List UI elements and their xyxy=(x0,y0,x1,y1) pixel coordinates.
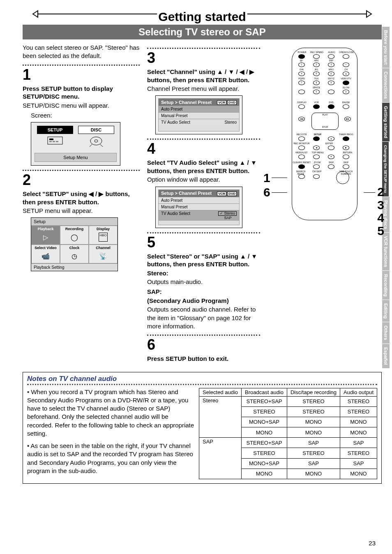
btn-onetouch[interactable] xyxy=(336,171,349,184)
disc-icon xyxy=(78,134,114,149)
btn-key-[interactable] xyxy=(298,90,305,94)
svg-rect-4 xyxy=(48,137,62,144)
lbl-key: SPACE xyxy=(311,86,322,89)
btn-key-7[interactable]: 7 xyxy=(298,81,305,85)
cell: MONO xyxy=(287,469,340,479)
btn-key-1[interactable]: 1 xyxy=(298,62,305,67)
btn-key-6[interactable]: 6 xyxy=(328,72,334,76)
lbl-recotr: REC/OTR xyxy=(294,133,309,136)
setup-grid-title: Setup xyxy=(31,218,118,226)
lbl-skip: SKIP xyxy=(325,161,337,164)
btn-openclose[interactable] xyxy=(343,54,349,59)
btn-timer[interactable] xyxy=(343,136,349,141)
lbl-key: CH xyxy=(340,68,352,71)
btn-audio[interactable] xyxy=(328,54,334,59)
btn-setup[interactable] xyxy=(313,136,320,141)
cell: MONO xyxy=(287,427,340,438)
cell: SAP xyxy=(287,458,340,469)
btn-key-[interactable] xyxy=(328,90,334,94)
cell: STEREO xyxy=(242,406,287,417)
btn-pause[interactable] xyxy=(343,104,349,109)
setup-caption: Setup Menu xyxy=(35,153,117,162)
btn-display[interactable] xyxy=(298,104,305,109)
svg-point-10 xyxy=(95,140,98,142)
play-icon: ▷ xyxy=(32,231,60,243)
btn-recmonitor[interactable] xyxy=(298,145,305,150)
btn-key-3[interactable]: 3 xyxy=(328,62,334,67)
btn-vcr[interactable] xyxy=(313,104,320,109)
step-5-head: Select "Stereo" or "SAP" using ▲ / ▼ but… xyxy=(147,252,260,268)
cell: MONO xyxy=(340,417,377,427)
step-4-number: 4 xyxy=(147,141,260,156)
btn-return[interactable] xyxy=(343,155,349,159)
divider xyxy=(147,138,260,141)
btn-topmenu[interactable] xyxy=(313,155,320,159)
cell: STEREO xyxy=(287,396,340,406)
lbl-key: MNO xyxy=(325,68,337,71)
notes-title: Notes on TV channel audio xyxy=(27,375,377,383)
row-tvaudio-val: Stereo xyxy=(225,120,237,125)
btn-key-▲[interactable]: ▲ xyxy=(343,72,349,76)
btn-menulist[interactable] xyxy=(298,155,305,159)
step-4-head: Select "TV Audio Select" using ▲ / ▼ but… xyxy=(147,159,260,175)
step-1-body: SETUP/DISC menu will appear. xyxy=(23,102,140,110)
step-4-body: Option window will appear. xyxy=(147,175,260,184)
cell: MONO xyxy=(340,469,377,479)
lbl-setup: SETUP xyxy=(311,133,324,136)
cell: STEREO+SAP xyxy=(242,438,287,448)
btn-recotr[interactable] xyxy=(298,136,305,141)
lbl-recmon: REC MONITOR xyxy=(293,142,311,145)
lbl-skip2: SKIP xyxy=(340,161,352,164)
sap-sub: (Secondary Audio Program) xyxy=(147,297,260,305)
cell: STEREO+SAP xyxy=(242,396,287,406)
btn-key-▸[interactable]: ▸ xyxy=(343,90,349,94)
btn-search[interactable] xyxy=(298,174,305,179)
btn-key-•[interactable]: • xyxy=(343,62,349,67)
btn-up[interactable]: ▲ xyxy=(328,136,334,141)
cell: SAP xyxy=(340,438,377,448)
btn-right[interactable]: ▶ xyxy=(343,145,349,150)
cell: MONO+SAP xyxy=(242,417,287,427)
step-3-head: Select "Channel" using ▲ / ▼ / ◀ / ▶ but… xyxy=(147,68,260,84)
btn-ff[interactable]: ▶▶ xyxy=(344,117,351,121)
btn-key-2[interactable]: 2 xyxy=(313,62,320,67)
btn-power[interactable] xyxy=(298,54,305,59)
clock-icon: ◷ xyxy=(60,250,88,262)
btn-cmskip[interactable] xyxy=(313,174,320,179)
col-header: Selected audio xyxy=(199,388,242,396)
lbl-display: DISPLAY xyxy=(295,101,309,104)
cell-clock: Clock xyxy=(69,246,80,250)
divider xyxy=(147,232,260,234)
btn-key-●[interactable]: ● xyxy=(343,81,349,85)
btn-recspeed[interactable] xyxy=(313,54,320,59)
btn-key-5[interactable]: 5 xyxy=(313,72,320,76)
svg-rect-6 xyxy=(49,141,52,142)
btn-key-0[interactable]: 0 xyxy=(313,90,320,94)
step-5-number: 5 xyxy=(147,235,260,250)
lbl-audio: AUDIO xyxy=(325,51,338,53)
btn-enter[interactable] xyxy=(328,145,334,150)
btn-rew[interactable]: ◀◀ xyxy=(298,117,305,121)
tile-disc: DISC xyxy=(78,126,114,134)
cell: MONO xyxy=(242,427,287,438)
svg-point-9 xyxy=(90,137,102,145)
btn-skip-back[interactable] xyxy=(328,164,334,169)
btn-down[interactable]: ▼ xyxy=(328,155,334,159)
col-header: Audio output xyxy=(340,388,377,396)
cell-channel: Channel xyxy=(96,246,111,250)
btn-key-8[interactable]: 8 xyxy=(313,81,320,85)
btn-skip-fwd[interactable] xyxy=(343,164,349,169)
record-icon: ◯ xyxy=(60,231,88,243)
row-tvaudio: TV Audio Select xyxy=(161,120,190,125)
btn-left[interactable]: ◀ xyxy=(313,145,320,150)
btn-dvd[interactable] xyxy=(328,104,334,109)
btn-zoom[interactable] xyxy=(313,164,320,169)
btn-clear[interactable] xyxy=(298,164,305,169)
tag-dvd: DVD xyxy=(227,192,237,196)
lbl-clear: CLEAR/C.RESET xyxy=(293,161,311,164)
btn-key-4[interactable]: 4 xyxy=(298,72,305,76)
breadcrumb: Setup > Channel Preset xyxy=(161,191,212,196)
lbl-key: TUV xyxy=(311,77,322,80)
btn-key-9[interactable]: 9 xyxy=(328,81,334,85)
col-header: Disc/tape recording xyxy=(287,388,340,396)
